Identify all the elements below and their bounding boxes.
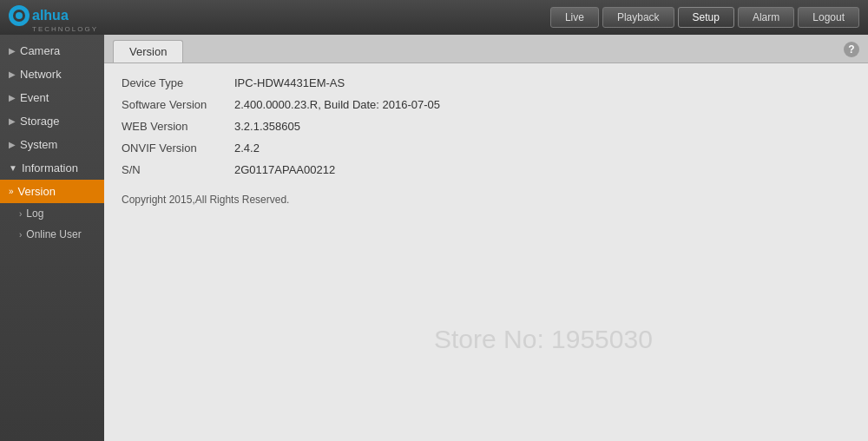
copyright-text: Copyright 2015,All Rights Reserved. <box>122 194 851 206</box>
camera-arrow-icon: ▶ <box>9 46 16 56</box>
sidebar-subitem-log[interactable]: › Log <box>0 203 104 224</box>
sidebar-label-system: System <box>20 138 57 151</box>
sidebar-subitem-version-label: Version <box>18 185 56 198</box>
version-content: Device Type IPC-HDW4431EM-AS Software Ve… <box>104 63 868 441</box>
info-row-web-version: WEB Version 3.2.1.358605 <box>122 120 851 133</box>
svg-point-2 <box>16 12 23 19</box>
alarm-button[interactable]: Alarm <box>738 7 794 28</box>
label-onvif-version: ONVIF Version <box>122 142 234 155</box>
sidebar-item-system[interactable]: ▶ System <box>0 133 104 156</box>
tab-version[interactable]: Version <box>113 40 183 63</box>
online-user-arrow-icon: › <box>19 230 22 240</box>
value-software-version: 2.400.0000.23.R, Build Date: 2016-07-05 <box>234 98 440 111</box>
sidebar-item-information[interactable]: ▼ Information <box>0 156 104 180</box>
storage-arrow-icon: ▶ <box>9 116 16 126</box>
info-row-onvif-version: ONVIF Version 2.4.2 <box>122 142 851 155</box>
content-panel: Version ? Device Type IPC-HDW4431EM-AS S… <box>104 35 868 441</box>
version-arrow-icon: » <box>9 187 14 196</box>
sidebar-label-network: Network <box>20 68 62 81</box>
label-device-type: Device Type <box>122 76 234 89</box>
value-web-version: 3.2.1.358605 <box>234 120 300 133</box>
sidebar-item-network[interactable]: ▶ Network <box>0 63 104 86</box>
sidebar-label-event: Event <box>20 91 49 104</box>
info-row-sn: S/N 2G0117APAA00212 <box>122 163 851 176</box>
network-arrow-icon: ▶ <box>9 69 16 79</box>
label-sn: S/N <box>122 163 234 176</box>
information-arrow-icon: ▼ <box>9 163 17 173</box>
log-arrow-icon: › <box>19 209 22 219</box>
svg-text:alhua: alhua <box>32 8 69 23</box>
logo-area: alhua TECHNOLOGY <box>9 3 98 33</box>
sidebar-subitem-online-user[interactable]: › Online User <box>0 224 104 245</box>
label-web-version: WEB Version <box>122 120 234 133</box>
value-onvif-version: 2.4.2 <box>234 142 260 155</box>
live-button[interactable]: Live <box>550 7 599 28</box>
info-row-device-type: Device Type IPC-HDW4431EM-AS <box>122 76 851 89</box>
sidebar: ▶ Camera ▶ Network ▶ Event ▶ Storage ▶ S… <box>0 35 104 441</box>
value-device-type: IPC-HDW4431EM-AS <box>234 76 345 89</box>
sidebar-subitem-log-label: Log <box>26 207 43 220</box>
sidebar-label-storage: Storage <box>20 115 60 128</box>
sidebar-item-event[interactable]: ▶ Event <box>0 86 104 109</box>
sidebar-item-storage[interactable]: ▶ Storage <box>0 109 104 133</box>
top-bar: alhua TECHNOLOGY Live Playback Setup Ala… <box>0 0 868 35</box>
logout-button[interactable]: Logout <box>798 7 859 28</box>
sidebar-label-information: Information <box>22 161 78 174</box>
sidebar-label-camera: Camera <box>20 44 60 57</box>
label-software-version: Software Version <box>122 98 234 111</box>
tab-header: Version ? <box>104 35 868 63</box>
setup-button[interactable]: Setup <box>678 7 734 28</box>
help-icon[interactable]: ? <box>844 42 859 57</box>
sidebar-subitem-version[interactable]: » Version <box>0 180 104 203</box>
event-arrow-icon: ▶ <box>9 93 16 102</box>
system-arrow-icon: ▶ <box>9 140 16 149</box>
logo-subtext: TECHNOLOGY <box>32 25 98 33</box>
playback-button[interactable]: Playback <box>602 7 674 28</box>
sidebar-subitem-online-user-label: Online User <box>26 228 81 240</box>
main-area: ▶ Camera ▶ Network ▶ Event ▶ Storage ▶ S… <box>0 35 868 441</box>
info-row-software-version: Software Version 2.400.0000.23.R, Build … <box>122 98 851 111</box>
nav-buttons: Live Playback Setup Alarm Logout <box>550 7 859 28</box>
value-sn: 2G0117APAA00212 <box>234 163 335 176</box>
sidebar-item-camera[interactable]: ▶ Camera <box>0 39 104 63</box>
